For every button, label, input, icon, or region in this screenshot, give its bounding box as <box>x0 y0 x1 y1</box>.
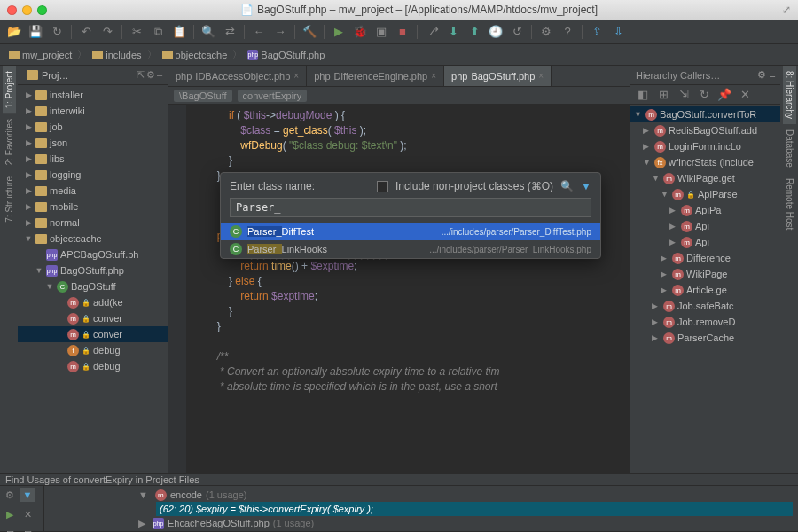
update-icon[interactable]: ⬇ <box>444 23 462 41</box>
tree-node[interactable]: ▼phpBagOStuff.php <box>18 262 168 278</box>
download-icon[interactable]: ⇩ <box>609 23 627 41</box>
breadcrumb-item[interactable]: phpBagOStuff.php <box>244 49 328 61</box>
zoom-icon[interactable] <box>37 5 47 15</box>
class-result[interactable]: CParser_DiffTest.../includes/parser/Pars… <box>221 223 600 240</box>
deploy-icon[interactable]: ⇪ <box>588 23 606 41</box>
tree-node[interactable]: ▼objectcache <box>18 231 168 246</box>
tree-node[interactable]: ▶mobile <box>18 199 168 215</box>
collapse-icon[interactable]: ⇱ <box>137 69 145 81</box>
tree-node[interactable]: ▶normal <box>18 215 168 231</box>
gear-icon[interactable]: ⚙ <box>757 69 766 81</box>
expand-icon[interactable]: ⊞ <box>654 86 672 104</box>
find-result-row[interactable]: ▶phpEhcacheBagOStuff.php (1 usage) <box>50 516 793 530</box>
hierarchy-node[interactable]: ▶mApi <box>630 218 780 234</box>
tool-tab[interactable]: 7: Structure <box>3 171 16 228</box>
tool-tab[interactable]: Remote Host <box>783 173 796 235</box>
editor-nav-bar[interactable]: \BagOStuff convertExpiry <box>168 87 630 105</box>
tree-node[interactable]: phpAPCBagOStuff.ph <box>18 246 168 262</box>
stop-icon[interactable]: ✕ <box>20 507 35 521</box>
find-result-row[interactable]: (62: 20) $expiry = $this->convertExpiry(… <box>156 502 793 516</box>
paste-icon[interactable]: 📋 <box>170 23 188 41</box>
hierarchy-node[interactable]: ▶mLoginForm.incLo <box>630 138 780 154</box>
tree-node[interactable]: ▶installer <box>18 87 168 103</box>
revert-icon[interactable]: ↺ <box>508 23 526 41</box>
project-tree[interactable]: ▶installer▶interwiki▶job▶json▶libs▶loggi… <box>18 85 168 473</box>
open-icon[interactable]: 📂 <box>5 23 23 41</box>
class-result[interactable]: CParser_LinkHooks.../includes/parser/Par… <box>221 240 600 258</box>
breadcrumb-item[interactable]: includes <box>89 49 145 61</box>
close-icon[interactable]: × <box>293 71 299 81</box>
scope-icon[interactable]: ◧ <box>634 86 652 104</box>
tree-node[interactable]: m🔒conver <box>18 326 168 342</box>
code-editor[interactable]: if ( $this->debugMode ) { $class = get_c… <box>168 105 630 473</box>
hierarchy-node[interactable]: ▶mRedisBagOStuff.add <box>630 122 780 138</box>
tool-tab[interactable]: 8: Hierarchy <box>783 66 796 124</box>
vcs-icon[interactable]: ⎇ <box>423 23 441 41</box>
history-icon[interactable]: 🕘 <box>487 23 505 41</box>
collapse-icon[interactable]: ⊟ <box>20 527 35 532</box>
hierarchy-node[interactable]: ▼mWikiPage.get <box>630 170 780 186</box>
tree-node[interactable]: m🔒add(ke <box>18 294 168 310</box>
hierarchy-node[interactable]: ▶mParserCache <box>630 330 780 346</box>
hierarchy-node[interactable]: ▼m🔒ApiParse <box>630 186 780 202</box>
class-name-input[interactable] <box>230 198 591 217</box>
tree-node[interactable]: ▶libs <box>18 151 168 167</box>
tree-node[interactable]: f🔒debug <box>18 342 168 358</box>
tree-node[interactable]: ▼CBagOStuff <box>18 278 168 294</box>
filter-icon[interactable]: ▼ <box>581 180 591 192</box>
cut-icon[interactable]: ✂ <box>128 23 145 41</box>
include-nonproject-checkbox[interactable] <box>377 181 388 192</box>
hierarchy-node[interactable]: ▶mApiPa <box>630 202 780 218</box>
tool-tab[interactable]: Database <box>783 124 796 173</box>
tree-node[interactable]: ▶media <box>18 183 168 199</box>
hierarchy-node[interactable]: ▶mApi <box>630 234 780 250</box>
settings-icon[interactable]: ⚙ <box>2 488 18 502</box>
help-icon[interactable]: ? <box>559 23 576 41</box>
filter-icon[interactable]: ▼ <box>20 488 35 502</box>
redo-icon[interactable]: ↷ <box>98 23 116 41</box>
copy-icon[interactable]: ⧉ <box>149 23 167 41</box>
minimize-icon[interactable] <box>22 5 32 15</box>
replace-icon[interactable]: ⇄ <box>221 23 239 41</box>
hierarchy-tree[interactable]: ▼mBagOStuff.convertToR▶mRedisBagOStuff.a… <box>630 105 780 473</box>
nav-class[interactable]: \BagOStuff <box>174 90 232 102</box>
tool-tab[interactable]: 2: Favorites <box>3 113 16 170</box>
hierarchy-node[interactable]: ▼mBagOStuff.convertToR <box>630 106 780 122</box>
find-icon[interactable]: 🔍 <box>200 23 217 41</box>
stop-icon[interactable]: ■ <box>394 23 411 41</box>
nav-member[interactable]: convertExpiry <box>238 90 308 102</box>
class-results-list[interactable]: CParser_DiffTest.../includes/parser/Pars… <box>221 223 600 258</box>
close-icon[interactable] <box>7 5 17 15</box>
gear-icon[interactable]: ⚙ <box>146 69 155 81</box>
hierarchy-node[interactable]: ▶mJob.safeBatc <box>630 298 780 314</box>
hide-icon[interactable]: – <box>770 70 775 81</box>
build-icon[interactable]: 🔨 <box>301 23 318 41</box>
forward-icon[interactable]: → <box>271 23 289 41</box>
close-icon[interactable]: × <box>431 71 436 81</box>
pin-icon[interactable]: 📌 <box>716 86 733 104</box>
debug-icon[interactable]: 🐞 <box>351 23 369 41</box>
editor-tab[interactable]: phpBagOStuff.php× <box>444 66 552 86</box>
tree-node[interactable]: m🔒debug <box>18 358 168 374</box>
find-results-tree[interactable]: ▼mencode (1 usage)(62: 20) $expiry = $th… <box>44 486 798 532</box>
tree-node[interactable]: ▶logging <box>18 167 168 183</box>
hierarchy-node[interactable]: ▶mJob.removeD <box>630 314 780 330</box>
run-icon[interactable]: ▶ <box>330 23 348 41</box>
save-all-icon[interactable]: 💾 <box>27 23 44 41</box>
close-icon[interactable]: ✕ <box>736 86 754 104</box>
hierarchy-node[interactable]: ▶mDifference <box>630 250 780 266</box>
rerun-icon[interactable]: ▶ <box>2 507 18 521</box>
tree-node[interactable]: ▶job <box>18 119 168 135</box>
sync-icon[interactable]: ↻ <box>48 23 66 41</box>
close-icon[interactable]: × <box>538 71 544 81</box>
coverage-icon[interactable]: ▣ <box>372 23 390 41</box>
tool-tab[interactable]: 1: Project <box>3 66 16 113</box>
settings-icon[interactable]: ⚙ <box>537 23 555 41</box>
expand-icon[interactable]: ⊞ <box>2 527 18 532</box>
hide-icon[interactable]: – <box>157 69 162 81</box>
hierarchy-node[interactable]: ▶mWikiPage <box>630 266 780 282</box>
find-result-row[interactable]: ▼mencode (1 usage) <box>50 488 793 502</box>
window-controls[interactable] <box>7 5 47 15</box>
refresh-icon[interactable]: ↻ <box>695 86 713 104</box>
hierarchy-node[interactable]: ▶mArticle.ge <box>630 282 780 298</box>
